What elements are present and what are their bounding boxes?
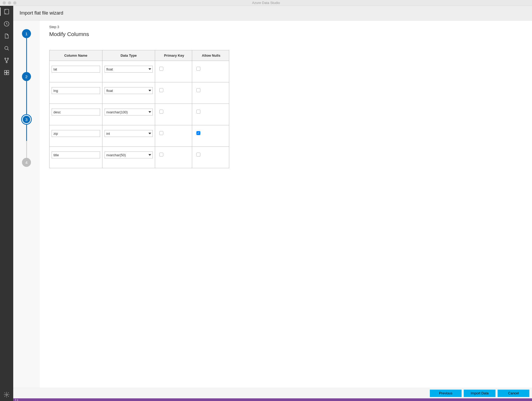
column-header-name: Column Name [49, 50, 102, 61]
servers-icon[interactable] [3, 8, 10, 15]
explorer-icon[interactable] [3, 32, 10, 40]
table-row [49, 61, 229, 82]
column-name-input[interactable] [52, 109, 100, 115]
primary-key-checkbox[interactable] [159, 88, 163, 92]
column-name-input[interactable] [52, 152, 100, 158]
wizard-header: Import flat file wizard [13, 6, 532, 21]
svg-rect-6 [4, 70, 6, 72]
wizard-title: Import flat file wizard [20, 10, 63, 16]
cancel-button[interactable]: Cancel [498, 390, 529, 397]
previous-button[interactable]: Previous [430, 390, 462, 397]
search-icon[interactable] [3, 44, 10, 52]
svg-point-4 [7, 58, 9, 59]
window-zoom-icon[interactable] [13, 1, 16, 5]
settings-gear-icon[interactable] [3, 391, 10, 398]
data-type-select[interactable] [105, 130, 153, 137]
svg-rect-9 [7, 73, 9, 75]
data-type-select[interactable] [105, 109, 153, 115]
wizard-panel: Step 3 Modify Columns Column Name Data T… [40, 21, 532, 388]
remote-icon[interactable] [15, 398, 19, 401]
svg-point-5 [6, 62, 7, 63]
primary-key-checkbox[interactable] [159, 67, 163, 71]
allow-nulls-checkbox[interactable] [196, 67, 200, 71]
allow-nulls-checkbox[interactable] [196, 131, 200, 135]
column-header-nulls: Allow Nulls [192, 50, 229, 61]
activity-bar [0, 6, 13, 401]
step-4[interactable]: 4 [22, 158, 31, 167]
allow-nulls-checkbox[interactable] [196, 88, 200, 92]
history-icon[interactable] [3, 20, 10, 28]
window-title: Azure Data Studio [0, 1, 532, 5]
step-3[interactable]: 3 [22, 115, 31, 124]
svg-point-3 [5, 58, 6, 59]
column-header-pk: Primary Key [155, 50, 192, 61]
data-type-select[interactable] [105, 66, 153, 73]
primary-key-checkbox[interactable] [159, 131, 163, 135]
svg-rect-0 [4, 9, 9, 14]
extensions-icon[interactable] [3, 69, 10, 76]
source-control-icon[interactable] [3, 57, 10, 64]
allow-nulls-checkbox[interactable] [196, 153, 200, 157]
table-row [49, 104, 229, 125]
primary-key-checkbox[interactable] [159, 110, 163, 114]
column-name-input[interactable] [52, 87, 100, 94]
window-minimize-icon[interactable] [8, 1, 11, 5]
wizard-footer: Previous Import Data Cancel [13, 388, 532, 398]
page-title: Modify Columns [49, 31, 522, 37]
table-row [49, 82, 229, 104]
table-row [49, 125, 229, 147]
import-data-button[interactable]: Import Data [464, 390, 495, 397]
step-2[interactable]: 2 [22, 72, 31, 81]
step-label: Step 3 [49, 25, 522, 29]
svg-rect-7 [7, 70, 9, 72]
data-type-select[interactable] [105, 87, 153, 94]
column-name-input[interactable] [52, 66, 100, 73]
column-header-type: Data Type [102, 50, 155, 61]
window-close-icon[interactable] [3, 1, 6, 5]
window-controls [3, 1, 16, 5]
primary-key-checkbox[interactable] [159, 153, 163, 157]
allow-nulls-checkbox[interactable] [196, 110, 200, 114]
step-1[interactable]: 1 [22, 29, 31, 38]
column-name-input[interactable] [52, 130, 100, 137]
data-type-select[interactable] [105, 152, 153, 158]
table-row [49, 147, 229, 168]
svg-point-2 [5, 46, 8, 50]
svg-point-10 [6, 394, 7, 395]
columns-table: Column Name Data Type Primary Key Allow … [49, 50, 229, 168]
window-titlebar: Azure Data Studio [0, 0, 532, 6]
svg-rect-8 [4, 73, 6, 75]
wizard-stepper: 1 2 3 4 [13, 21, 40, 388]
status-bar [13, 398, 532, 401]
